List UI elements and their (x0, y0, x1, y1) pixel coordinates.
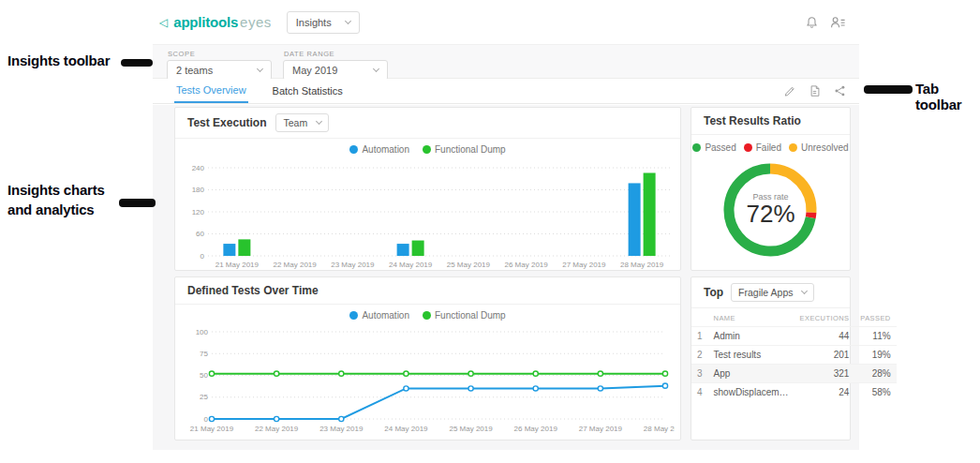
app-window: ◁ applitools eyes Insights (153, 0, 859, 463)
app-header: ◁ applitools eyes Insights (153, 0, 859, 44)
defined-tests-line-chart: 025507510021 May 201922 May 201923 May 2… (180, 322, 675, 440)
legend-item-failed[interactable]: Failed (744, 142, 781, 153)
svg-text:180: 180 (192, 186, 205, 194)
svg-text:28 May 2019: 28 May 2019 (644, 425, 675, 433)
chevron-down-icon (316, 118, 322, 125)
svg-text:27 May 2019: 27 May 2019 (562, 261, 606, 269)
test-results-ratio-title: Test Results Ratio (704, 114, 801, 127)
scope-value: 2 teams (176, 65, 213, 76)
legend-dot-icon (744, 143, 752, 152)
defined-tests-card: Defined Tests Over Time AutomationFuncti… (174, 276, 681, 441)
chevron-down-icon (257, 66, 263, 72)
legend-dot-icon (789, 143, 797, 152)
defined-tests-title: Defined Tests Over Time (187, 284, 319, 297)
annotation-tab-toolbar: Tab toolbar (915, 81, 980, 112)
legend-item-automation[interactable]: Automation (349, 310, 409, 321)
test-execution-card: Test Execution Team AutomationFunctional… (174, 107, 681, 271)
test-results-ratio-card: Test Results Ratio PassedFailedUnresolve… (690, 107, 851, 271)
scope-label: SCOPE (168, 50, 272, 58)
svg-text:50: 50 (200, 371, 208, 380)
legend-item-functional-dump[interactable]: Functional Dump (423, 144, 506, 155)
svg-text:21 May 2019: 21 May 2019 (190, 425, 234, 433)
svg-text:0: 0 (204, 415, 209, 424)
svg-text:240: 240 (192, 164, 205, 172)
top-fragile-apps-card: Top Fragile Apps NAME EXECUTIONS PASSED … (690, 276, 851, 441)
table-row[interactable]: 3App32128% (691, 365, 897, 383)
chevron-down-icon (801, 288, 808, 294)
logo-primary: applitools (173, 14, 238, 30)
svg-text:22 May 2019: 22 May 2019 (273, 261, 317, 269)
svg-text:25 May 2019: 25 May 2019 (447, 261, 491, 269)
team-select[interactable]: Team (275, 113, 329, 132)
svg-text:60: 60 (196, 230, 204, 238)
insights-nav-value: Insights (296, 17, 332, 28)
svg-text:26 May 2019: 26 May 2019 (514, 425, 558, 433)
svg-text:28 May 2019: 28 May 2019 (620, 261, 664, 269)
test-results-ratio-legend: PassedFailedUnresolved (691, 135, 850, 155)
user-account-icon[interactable] (829, 14, 846, 31)
test-execution-bar-chart: 06012018024021 May 201922 May 201923 May… (180, 157, 675, 274)
legend-dot-icon (349, 311, 358, 320)
top-title: Top (704, 286, 723, 299)
date-range-select[interactable]: May 2019 (283, 60, 388, 81)
legend-item-functional-dump[interactable]: Functional Dump (423, 310, 506, 321)
defined-tests-legend: AutomationFunctional Dump (175, 305, 680, 322)
svg-text:22 May 2019: 22 May 2019 (255, 425, 299, 433)
pass-rate-donut-chart (693, 155, 848, 265)
top-apps-table: NAME EXECUTIONS PASSED 1Admin4411%2Test … (691, 308, 897, 401)
tab-tests-overview[interactable]: Tests Overview (174, 79, 248, 103)
legend-dot-icon (423, 311, 431, 320)
table-row[interactable]: 2Test results20119% (691, 346, 897, 365)
annotation-charts-line2: and analytics (7, 202, 94, 217)
executions-column-header: EXECUTIONS (794, 308, 855, 327)
annotation-arrow-charts (119, 199, 156, 207)
bell-icon[interactable] (803, 14, 820, 31)
passed-column-header: PASSED (854, 308, 896, 327)
annotation-arrow-tab-toolbar (864, 85, 913, 94)
share-icon[interactable] (831, 82, 848, 99)
insights-toolbar: SCOPE 2 teams DATE RANGE May 2019 (153, 44, 859, 79)
legend-dot-icon (349, 145, 358, 154)
svg-text:21 May 2019: 21 May 2019 (215, 261, 260, 269)
legend-dot-icon (692, 143, 701, 152)
svg-text:75: 75 (200, 350, 208, 358)
rank-column-header (691, 308, 708, 327)
svg-text:0: 0 (200, 252, 205, 261)
svg-text:120: 120 (192, 208, 205, 217)
tab-batch-statistics[interactable]: Batch Statistics (271, 79, 345, 103)
table-row[interactable]: 4showDisplacem…2458% (691, 383, 897, 402)
svg-text:27 May 2019: 27 May 2019 (579, 425, 623, 433)
export-pdf-icon[interactable] (806, 82, 823, 99)
svg-text:25 May 2019: 25 May 2019 (449, 425, 493, 433)
fragile-apps-select[interactable]: Fragile Apps (731, 283, 814, 302)
chevron-down-icon (373, 66, 379, 72)
legend-item-unresolved[interactable]: Unresolved (789, 142, 849, 153)
tab-toolbar: Tests Overview Batch Statistics (153, 79, 859, 104)
fragile-apps-value: Fragile Apps (738, 287, 793, 298)
insights-nav-select[interactable]: Insights (287, 11, 360, 34)
applitools-logo: ◁ applitools eyes (159, 14, 272, 30)
team-select-value: Team (283, 117, 307, 128)
logo-secondary: eyes (240, 14, 272, 30)
date-range-label: DATE RANGE (284, 50, 388, 58)
collapse-left-triangle-icon[interactable]: ◁ (159, 16, 168, 29)
svg-text:24 May 2019: 24 May 2019 (389, 261, 433, 269)
svg-text:26 May 2019: 26 May 2019 (504, 261, 548, 269)
edit-pencil-icon[interactable] (780, 82, 797, 99)
svg-text:23 May 2019: 23 May 2019 (331, 261, 375, 269)
scope-select[interactable]: 2 teams (167, 60, 272, 81)
insights-charts-area: Test Execution Team AutomationFunctional… (153, 105, 859, 450)
legend-dot-icon (423, 145, 431, 154)
svg-text:24 May 2019: 24 May 2019 (384, 425, 428, 433)
annotation-insights-toolbar: Insights toolbar (7, 52, 110, 68)
annotation-charts-line1: Insights charts (7, 182, 105, 198)
annotation-arrow-insights-toolbar (121, 59, 153, 67)
table-row[interactable]: 1Admin4411% (691, 327, 897, 346)
date-range-value: May 2019 (292, 65, 337, 76)
test-execution-legend: AutomationFunctional Dump (175, 139, 680, 157)
legend-item-automation[interactable]: Automation (349, 144, 409, 155)
legend-item-passed[interactable]: Passed (692, 142, 735, 153)
svg-text:25: 25 (200, 393, 208, 401)
svg-text:23 May 2019: 23 May 2019 (319, 425, 364, 433)
name-column-header: NAME (708, 308, 794, 327)
